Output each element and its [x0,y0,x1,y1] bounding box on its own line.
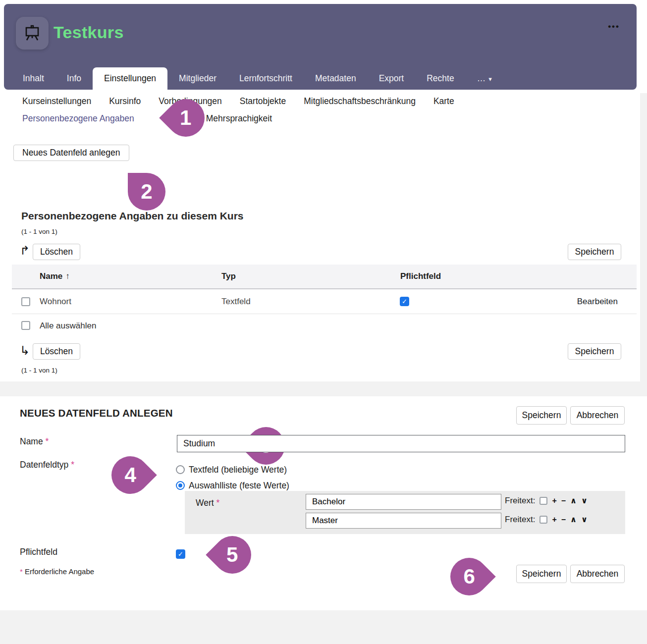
select-all-checkbox[interactable] [21,321,30,330]
wert-input-1[interactable] [306,494,501,510]
remove-row-icon[interactable]: − [561,516,566,524]
footer-band [0,610,647,644]
column-header-pflichtfeld: Pflichtfeld [400,265,441,288]
subtab-kursinfo[interactable]: Kursinfo [109,96,141,107]
name-input[interactable] [177,435,625,452]
annotation-balloon-2: 2 [128,173,165,211]
add-row-icon[interactable]: + [552,516,556,524]
row-select-checkbox[interactable] [21,297,30,306]
pflichtfeld-label: Pflichtfeld [20,547,57,557]
column-header-name-label: Name [40,271,62,281]
apply-to-selection-top-icon: ↱ [20,245,30,257]
subtab-row-1: Kurseinstellungen Kursinfo Vorbedingunge… [22,96,454,107]
row-pflichtfeld-checkbox[interactable]: ✓ [400,297,409,306]
type-field-label: Datenfeldtyp * [20,460,74,470]
tab-mitglieder[interactable]: Mitglieder [167,67,228,90]
move-up-icon[interactable]: ∧ [570,497,577,505]
annotation-balloon-6: 6 [442,550,495,603]
add-row-icon[interactable]: + [552,497,556,505]
remove-row-icon[interactable]: − [561,497,566,505]
freitext-checkbox-2[interactable] [539,516,547,524]
cancel-button-form-bottom[interactable]: Abbrechen [570,565,625,583]
tab-overflow[interactable]: …▾ [466,67,503,90]
subtab-mehrsprachigkeit[interactable]: Mehrsprachigkeit [206,113,272,124]
required-marker: * [20,567,23,576]
required-marker: * [46,436,49,446]
required-marker: * [71,460,74,470]
tab-einstellungen[interactable]: Einstellungen [93,67,167,90]
annotation-balloon-5: 5 [206,528,259,581]
save-button-form-top[interactable]: Speichern [516,406,567,425]
radio-auswahlliste-label[interactable]: Auswahlliste (feste Werte) [189,481,289,491]
cancel-button-form-top[interactable]: Abbrechen [570,406,625,425]
tab-overflow-label: … [477,73,486,83]
tab-metadaten[interactable]: Metadaten [304,67,368,90]
freitext-checkbox-1[interactable] [539,497,547,505]
required-note: * Erforderliche Angabe [20,567,94,576]
save-button-table-top[interactable]: Speichern [568,244,621,260]
type-label-text: Datenfeldtyp [20,460,68,470]
radio-auswahlliste[interactable] [176,481,185,490]
result-count-top: (1 - 1 von 1) [21,228,57,235]
select-all-label: Alle auswählen [40,314,96,338]
annotation-balloon-4: 4 [104,448,157,501]
subtab-kurseinstellungen[interactable]: Kurseinstellungen [22,96,91,107]
check-icon: ✓ [178,550,183,558]
ellipsis-menu-icon[interactable]: ••• [608,22,620,32]
row-name-cell: Wohnort [40,289,71,314]
freitext-label: Freitext: [505,515,535,525]
chevron-down-icon: ▾ [488,75,492,83]
subtab-karte[interactable]: Karte [433,96,454,107]
wert-subform-panel: Wert * Freitext: + − ∧ ∨ Freitext: + − ∧… [185,491,625,534]
row-typ-cell: Textfeld [221,289,251,314]
save-button-form-bottom[interactable]: Speichern [516,565,567,583]
delete-button-bottom[interactable]: Löschen [33,343,80,360]
move-down-icon[interactable]: ∨ [581,497,588,505]
section-divider-band [0,381,647,396]
annotation-number: 5 [226,543,238,567]
new-datafield-button[interactable]: Neues Datenfeld anlegen [13,145,129,161]
move-down-icon[interactable]: ∨ [581,516,588,524]
tab-rechte[interactable]: Rechte [415,67,465,90]
name-field-label: Name * [20,436,49,447]
course-icon-tile [16,17,49,50]
subtab-row-2: Personenbezogene Angaben Mehrsprachigkei… [22,113,272,124]
column-header-name[interactable]: Name↑ [40,265,70,288]
pflichtfeld-checkbox[interactable]: ✓ [176,549,185,559]
delete-button-top[interactable]: Löschen [33,244,80,260]
result-count-bottom: (1 - 1 von 1) [21,367,57,374]
tab-export[interactable]: Export [368,67,416,90]
scrollbar-track[interactable] [640,93,647,381]
sort-ascending-icon: ↑ [65,271,70,281]
table-header-row: Name↑ Typ Pflichtfeld [12,265,637,289]
move-up-icon[interactable]: ∧ [570,516,577,524]
main-tabbar: Inhalt Info Einstellungen Mitglieder Ler… [11,67,503,90]
tab-info[interactable]: Info [55,67,93,90]
radio-textfeld[interactable] [176,465,185,474]
wert-input-2[interactable] [306,513,501,529]
subtab-startobjekte[interactable]: Startobjekte [240,96,286,107]
radio-textfeld-label[interactable]: Textfeld (beliebige Werte) [189,465,287,475]
subtab-personenbezogene-angaben[interactable]: Personenbezogene Angaben [22,113,134,124]
save-button-table-bottom[interactable]: Speichern [568,343,621,360]
required-note-text: Erforderliche Angabe [25,567,94,576]
row-edit-link[interactable]: Bearbeiten [577,289,618,314]
page: Testkurs ••• Inhalt Info Einstellungen M… [0,0,647,644]
form-heading: NEUES DATENFELD ANLEGEN [20,407,173,419]
annotation-number: 1 [180,106,191,130]
course-header: Testkurs ••• Inhalt Info Einstellungen M… [4,4,637,90]
page-title: Testkurs [54,23,124,42]
table-row: Wohnort Textfeld ✓ Bearbeiten [12,289,637,314]
apply-to-selection-bottom-icon: ↳ [20,345,30,357]
column-header-typ: Typ [221,265,236,288]
check-icon: ✓ [402,298,407,305]
tab-lernfortschritt[interactable]: Lernfortschritt [228,67,304,90]
section-title: Personenbezogene Angaben zu diesem Kurs [21,210,244,222]
required-marker: * [216,498,220,508]
wert-label: Wert * [196,498,219,508]
select-all-row: Alle auswählen [12,314,637,338]
freitext-controls-1: Freitext: + − ∧ ∨ [505,496,588,506]
tab-inhalt[interactable]: Inhalt [11,67,55,90]
subtab-mitgliedschaftsbeschraenkung[interactable]: Mitgliedschaftsbeschränkung [304,96,416,107]
annotation-number: 6 [463,565,475,589]
